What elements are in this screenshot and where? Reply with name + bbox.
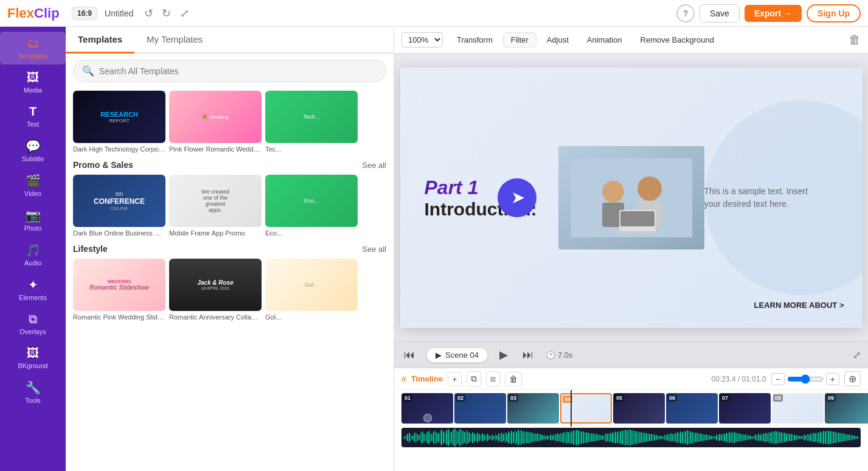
see-all-lifestyle[interactable]: See all (362, 245, 386, 254)
template-label-tec: Tec... (265, 145, 358, 153)
zoom-select[interactable]: 100% 75% 50% 125% (401, 32, 443, 47)
sidebar-item-video[interactable]: 🎬 Video (0, 169, 66, 202)
scene-clip-04[interactable]: 04 (560, 393, 612, 424)
scene-clip-06[interactable]: 06 (666, 393, 718, 424)
template-card-mobile-frame-app[interactable]: We createdone of thegreatestapps. Mobile… (169, 175, 262, 237)
template-card-gol[interactable]: Gol... Gol... (265, 259, 358, 321)
signup-button[interactable]: Sign Up (807, 4, 861, 23)
logo-clip-text: Clip (34, 5, 60, 21)
preview-play-button[interactable]: ➤ (498, 178, 536, 217)
sidebar-item-text[interactable]: T Text (0, 100, 66, 133)
preview-content: Part 1 Introduction: ➤ (400, 68, 863, 328)
scene-badge: ▶ Scene 04 (427, 348, 487, 362)
adjust-button[interactable]: Adjust (539, 32, 577, 47)
panel-tabs: Templates My Templates (66, 27, 394, 54)
aspect-ratio-badge[interactable]: 16:9 (72, 7, 97, 20)
preview-part-label: Part 1 (425, 176, 479, 198)
sidebar-item-media[interactable]: 🖼 Media (0, 66, 66, 99)
templates-icon: 🗂 (27, 37, 39, 51)
canvas-frame: Part 1 Introduction: ➤ (400, 68, 863, 328)
next-scene-button[interactable]: ⏭ (520, 346, 536, 364)
tab-templates[interactable]: Templates (66, 27, 134, 54)
template-card-dark-blue-conf[interactable]: 8th CONFERENCE ONLINE Dark Blue Online B… (73, 175, 165, 237)
sidebar-item-photo[interactable]: 📷 Photo (0, 203, 66, 237)
sidebar-item-audio[interactable]: 🎵 Audio (0, 238, 66, 271)
template-thumb-tec: Tech... (265, 91, 358, 143)
play-pause-button[interactable]: ▶ (497, 346, 510, 364)
scene-clip-01[interactable]: 01 (401, 393, 453, 424)
add-scene-button[interactable]: + (448, 372, 461, 386)
template-card-dark-corp[interactable]: RESEARCH REPORT Dark High Technology Cor… (73, 91, 165, 153)
zoom-controls: − + (771, 373, 839, 385)
expand-scene-button[interactable]: ⤢ (853, 349, 861, 361)
save-button[interactable]: Save (700, 4, 740, 23)
sidebar-item-bkground[interactable]: 🖼 BKground (0, 341, 66, 374)
animation-button[interactable]: Animation (579, 32, 630, 47)
see-all-promo[interactable]: See all (362, 161, 386, 170)
canvas-area: 100% 75% 50% 125% Transform Filter Adjus… (394, 27, 868, 471)
scene-time: 7.0s (558, 351, 573, 360)
transform-button[interactable]: Transform (449, 32, 501, 47)
templates-panel: Templates My Templates 🔍 RESEARCH REPORT (66, 27, 394, 471)
svg-rect-7 (616, 231, 659, 234)
scene-clip-08[interactable]: 08 (772, 393, 824, 424)
play-scene-icon: ▶ (436, 351, 442, 360)
scene-clip-03[interactable]: 03 (507, 393, 559, 424)
clip-num-03: 03 (509, 394, 518, 402)
tab-my-templates[interactable]: My Templates (134, 27, 215, 54)
template-card-romantic-pink[interactable]: WEDDING Romantic Slideshow Romantic Pink… (73, 259, 165, 321)
template-card-romantic-anniv[interactable]: Jack & Rose 18 APRIL 2022 Romantic Anniv… (169, 259, 262, 321)
scene-clip-07[interactable]: 07 (719, 393, 771, 424)
sidebar-item-tools[interactable]: 🔧 Tools (0, 375, 66, 409)
template-thumb-romantic-pink: WEDDING Romantic Slideshow (73, 259, 165, 311)
previous-row: RESEARCH REPORT Dark High Technology Cor… (73, 91, 386, 153)
sidebar-item-templates[interactable]: 🗂 Templates (0, 32, 66, 65)
template-label-gol: Gol... (265, 313, 358, 321)
current-time: 00:23.4 (712, 375, 736, 383)
filter-button[interactable]: Filter (503, 32, 536, 47)
prev-scene-button[interactable]: ⏮ (401, 346, 417, 364)
sidebar-item-subtitle[interactable]: 💬 Subtitle (0, 134, 66, 167)
search-input[interactable] (99, 66, 377, 76)
preview-image-area (558, 146, 704, 249)
sidebar-item-elements[interactable]: ✦ Elements (0, 273, 66, 306)
zoom-in-button[interactable]: + (826, 373, 839, 385)
svg-point-3 (637, 176, 662, 201)
scene-clip-09[interactable]: 09 (825, 393, 868, 424)
sidebar: 🗂 Templates 🖼 Media T Text 💬 Subtitle 🎬 … (0, 27, 66, 471)
template-card-eco[interactable]: Eco... Eco... (265, 175, 358, 237)
zoom-out-button[interactable]: − (771, 373, 785, 385)
template-label-mobile-frame-app: Mobile Frame App Promo (169, 229, 262, 237)
scene-clip-02[interactable]: 02 (454, 393, 506, 424)
add-track-button[interactable]: ⊕ (844, 371, 861, 386)
main-container: 🗂 Templates 🖼 Media T Text 💬 Subtitle 🎬 … (0, 27, 868, 471)
split-button[interactable]: ⧉ (467, 371, 481, 386)
remove-bg-button[interactable]: Remove Background (633, 32, 722, 47)
elements-icon: ✦ (28, 277, 38, 292)
delete-button[interactable]: 🗑 (849, 33, 861, 47)
redo-button[interactable]: ↻ (159, 5, 174, 21)
promo-templates-row: 8th CONFERENCE ONLINE Dark Blue Online B… (73, 175, 386, 237)
template-card-tec[interactable]: Tech... Tec... (265, 91, 358, 153)
doc-title: Untitled (105, 9, 133, 18)
timeline-time-display: 00:23.4 / 01:01.0 (712, 375, 766, 383)
undo-button[interactable]: ↺ (141, 5, 156, 21)
time-display: 🕐 7.0s (546, 351, 573, 360)
template-label-romantic-pink: Romantic Pink Wedding Slidesh... (73, 313, 165, 321)
help-button[interactable]: ? (676, 4, 695, 23)
fullscreen-button[interactable]: ⤢ (180, 7, 189, 20)
sidebar-item-overlays[interactable]: ⧉ Overlays (0, 307, 66, 340)
sidebar-label-text: Text (27, 120, 39, 128)
clip-num-01: 01 (403, 394, 412, 402)
preview-sample-text: This is a sample text. Insert your desir… (704, 185, 814, 211)
zoom-slider[interactable] (787, 374, 824, 384)
sidebar-label-media: Media (24, 86, 42, 94)
delete-clip-button[interactable]: 🗑 (505, 372, 522, 386)
scene-clip-05[interactable]: 05 (613, 393, 665, 424)
template-thumb-pink-flower: 💐 Wedding (169, 91, 262, 143)
template-card-pink-flower[interactable]: 💐 Wedding Pink Flower Romantic Wedding .… (169, 91, 262, 153)
topbar: FlexClip 16:9 Untitled ↺ ↻ ⤢ ? Save Expo… (0, 0, 868, 27)
tools-icon: 🔧 (26, 380, 41, 395)
duplicate-button[interactable]: ⧇ (486, 371, 500, 386)
export-button[interactable]: Export → (745, 5, 802, 22)
